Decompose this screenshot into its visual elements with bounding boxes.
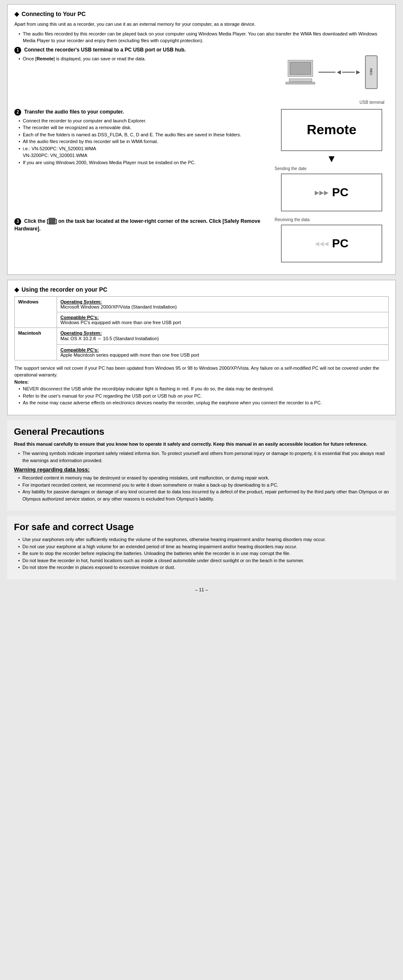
general-precautions-section: General Precautions Read this manual car…: [7, 420, 396, 511]
intro-bullet-1: The audio files recorded by this recorde…: [19, 30, 389, 44]
mac-row: Macintosh Operating System: Mac OS X 10.…: [15, 328, 389, 344]
mac-compat-row: Compatible PC's: Apple Macintosh series …: [15, 344, 389, 360]
notes-list: NEVER disconnect the USB while the recor…: [14, 385, 389, 406]
step2-bullet-2: The recorder will be recognized as a rem…: [19, 124, 270, 131]
mac-compat: Compatible PC's: Apple Macintosh series …: [57, 344, 389, 360]
warning-bullets: Recorded content in memory may be destro…: [14, 474, 389, 502]
support-note: The support service will not cover if yo…: [14, 365, 389, 406]
su-title: For safe and correct Usage: [14, 522, 389, 533]
step1-bullet-1: Once [Remote] is displayed, you can save…: [19, 55, 270, 62]
pc-diagram: [286, 60, 315, 84]
step1-number: 1: [14, 47, 21, 54]
step3-number: 3: [14, 218, 21, 225]
safe-usage-bullets: Use your earphones only after sufficient…: [14, 536, 389, 571]
mac-os-header: Operating System:: [60, 330, 385, 336]
pc-monitor: [288, 60, 313, 77]
step2-bullet-1: Connect the recorder to your computer an…: [19, 117, 270, 125]
connecting-section: ◆ Connecting to Your PC Apart from using…: [7, 4, 396, 275]
windows-row: Windows Operating System: Microsoft Wind…: [15, 296, 389, 312]
step1-title: 1 Connect the recorder's USB terminal to…: [14, 47, 270, 54]
step3-section: 3 Click the [] on the task bar located a…: [14, 217, 389, 264]
using-title: ◆ Using the recorder on your PC: [14, 286, 389, 293]
safe-usage-section: For safe and correct Usage Use your earp…: [7, 516, 396, 579]
intro-text: Apart from using this unit as a recorder…: [14, 21, 389, 28]
pc-sending-box: ▶▶▶ PC: [281, 173, 382, 211]
windows-os-value: Microsoft Windows 2000/XP/Vista (Standar…: [60, 304, 385, 309]
windows-os-header: Operating System:: [60, 299, 385, 304]
note-2: Refer to the user's manual for your PC r…: [19, 393, 389, 400]
page-number: – 11 –: [7, 587, 396, 592]
connecting-title: ◆ Connecting to Your PC: [14, 11, 389, 17]
intro-bullets: The audio files recorded by this recorde…: [14, 30, 389, 44]
safe-bullet-3: Be sure to stop the recorder before repl…: [18, 550, 389, 557]
safe-bullet-2: Do not use your earphone at a high volum…: [18, 543, 389, 550]
recorder-diagram: REC: [365, 55, 378, 89]
windows-compat: Compatible PC's: Windows PC's equipped w…: [57, 312, 389, 328]
warning-bullet-1: Recorded content in memory may be destro…: [18, 474, 389, 482]
usb-label: USB terminal: [359, 100, 384, 105]
step3-right: Receiving the data ◀◀◀ PC: [275, 217, 389, 264]
step2-bullet-6: If you are using Windows 2000, Windows M…: [19, 159, 270, 166]
step2-title: 2 Transfer the audio files to your compu…: [14, 109, 270, 116]
diamond-icon: ◆: [14, 11, 19, 17]
step2-bullets: Connect the recorder to your computer an…: [14, 117, 270, 166]
connection-diagram: ◄ ► REC: [279, 47, 384, 97]
windows-compat-row: Compatible PC's: Windows PC's equipped w…: [15, 312, 389, 328]
safe-bullet-4: Do not leave the recorder in hot, humid …: [18, 557, 389, 564]
step2-number: 2: [14, 109, 21, 116]
step2-bullet-5: i.e.: VN-5200PC: VN_520001.WMA VN-3200PC…: [19, 145, 270, 159]
mac-os: Operating System: Mac OS X 10.2.8 ～ 10.5…: [57, 328, 389, 344]
step1-left: 1 Connect the recorder's USB terminal to…: [14, 47, 275, 105]
warning-bullet-2: For important recorded content, we recom…: [18, 482, 389, 489]
windows-os: Operating System: Microsoft Windows 2000…: [57, 296, 389, 312]
step3-title: 3 Click the [] on the task bar located a…: [14, 217, 270, 233]
mac-compat-value: Apple Macintosh series equipped with mor…: [60, 352, 385, 357]
windows-compat-header: Compatible PC's:: [60, 315, 385, 320]
step2-right: Remote ▼ Sending the date ▶▶▶ PC: [275, 109, 389, 213]
notes-title: Notes:: [14, 379, 389, 386]
taskbar-icon: [49, 218, 55, 225]
step1-section: 1 Connect the recorder's USB terminal to…: [14, 47, 389, 105]
remote-display: Remote: [281, 109, 382, 151]
step2-bullet-3: Each of the five folders is named as DSS…: [19, 131, 270, 138]
gp-title: General Precautions: [14, 426, 389, 437]
warning-data-loss-title: Warning regarding data loss:: [14, 466, 389, 473]
safe-bullet-5: Do not store the recorder in places expo…: [18, 564, 389, 571]
mac-os-value: Mac OS X 10.2.8 ～ 10.5 (Standard Install…: [60, 336, 385, 342]
gp-warning-intro: The warning symbols indicate important s…: [14, 450, 389, 464]
gp-warning-bullet: The warning symbols indicate important s…: [18, 450, 389, 464]
cable-area: ◄ ►: [319, 68, 362, 76]
remote-text: Remote: [307, 122, 356, 138]
windows-compat-value: Windows PC's equipped with more than one…: [60, 320, 385, 325]
step1-bullets: Once [Remote] is displayed, you can save…: [14, 55, 270, 62]
diamond-icon-2: ◆: [14, 286, 19, 293]
down-arrow-icon: ▼: [327, 153, 337, 165]
pc-sending-text: PC: [332, 186, 349, 199]
signal-right: ◀◀◀: [315, 240, 329, 247]
receiving-label: Receiving the data: [275, 217, 310, 222]
step2-section: 2 Transfer the audio files to your compu…: [14, 109, 389, 213]
step1-diagram: ◄ ► REC USB terminal: [275, 47, 389, 105]
step2-bullet-4: All the audio files recorded by this rec…: [19, 138, 270, 145]
note-1: NEVER disconnect the USB while the recor…: [19, 385, 389, 393]
support-note-text: The support service will not cover if yo…: [14, 365, 389, 379]
mac-platform: Macintosh: [15, 328, 57, 360]
gp-bold-intro: Read this manual carefully to ensure tha…: [14, 441, 389, 448]
note-3: As the noise may cause adverse effects o…: [19, 399, 389, 406]
using-section: ◆ Using the recorder on your PC Windows …: [7, 280, 396, 415]
sending-label: Sending the date: [275, 166, 307, 171]
mac-compat-header: Compatible PC's:: [60, 347, 385, 352]
pc-receiving-box: ◀◀◀ PC: [281, 225, 382, 263]
step3-left: 3 Click the [] on the task bar located a…: [14, 217, 275, 264]
pc-receiving-text: PC: [332, 237, 349, 250]
warning-bullet-3: Any liability for passive damages or dam…: [18, 488, 389, 502]
windows-platform: Windows: [15, 296, 57, 328]
signal-left: ▶▶▶: [315, 189, 329, 196]
requirements-table: Windows Operating System: Microsoft Wind…: [14, 296, 389, 360]
step2-left: 2 Transfer the audio files to your compu…: [14, 109, 275, 213]
safe-bullet-1: Use your earphones only after sufficient…: [18, 536, 389, 543]
